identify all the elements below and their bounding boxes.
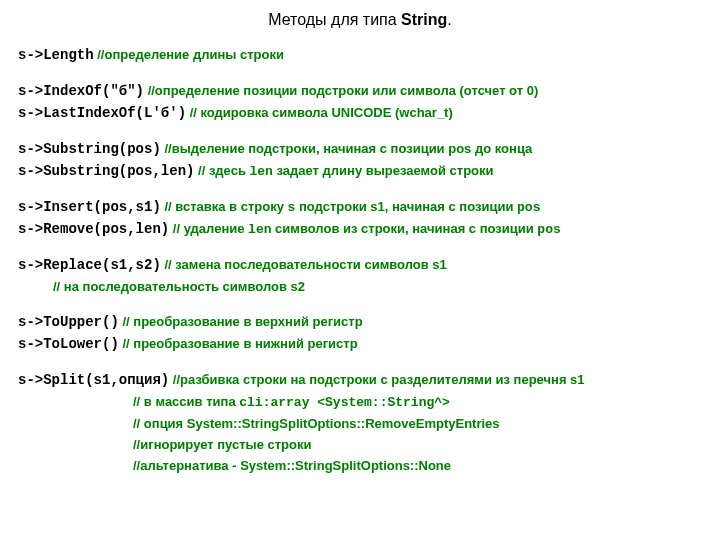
- c-rem-m2: pos: [537, 222, 560, 237]
- line-toupper: s->ToUpper() // преобразование в верхний…: [18, 311, 702, 333]
- line-replace: s->Replace(s1,s2) // замена последовател…: [18, 254, 702, 276]
- comment-split5: //альтернатива - System::StringSplitOpti…: [133, 458, 451, 473]
- c-sub2-pre: // здесь: [194, 163, 249, 178]
- group-indexof: s->IndexOf("б") //определение позиции по…: [18, 80, 702, 124]
- comment-split3: // опция System::StringSplitOptions::Rem…: [133, 416, 500, 431]
- c-rem-mid: символов из строки, начиная с позиции: [271, 221, 537, 236]
- line-insert: s->Insert(pos,s1) // вставка в строку s …: [18, 196, 702, 218]
- line-substring1: s->Substring(pos) //выделение подстроки,…: [18, 138, 702, 160]
- code-tolower: s->ToLower(): [18, 336, 119, 352]
- group-insert-remove: s->Insert(pos,s1) // вставка в строку s …: [18, 196, 702, 240]
- comment-split4: //игнорирует пустые строки: [133, 437, 312, 452]
- line-split3: // опция System::StringSplitOptions::Rem…: [18, 413, 702, 434]
- comment-indexof: //определение позиции подстроки или симв…: [144, 83, 538, 98]
- code-length: s->Length: [18, 47, 94, 63]
- c-spl2-mono: cli:array <System::String^>: [239, 395, 450, 410]
- line-remove: s->Remove(pos,len) // удаление len симво…: [18, 218, 702, 240]
- code-substring1: s->Substring(pos): [18, 141, 161, 157]
- c-rem-m1: len: [248, 222, 271, 237]
- c-ins-mid: подстроки s1, начиная с позиции: [295, 199, 517, 214]
- title-bold: String: [401, 11, 447, 28]
- comment-split2: // в массив типа cli:array <System::Stri…: [133, 394, 450, 409]
- comment-substring1: //выделение подстроки, начиная с позиции…: [161, 141, 532, 156]
- comment-tolower: // преобразование в нижний регистр: [119, 336, 358, 351]
- title-suffix: .: [447, 11, 451, 28]
- page-title: Методы для типа String.: [18, 8, 702, 32]
- line-length: s->Length //определение длины строки: [18, 44, 702, 66]
- comment-remove: // удаление len символов из строки, начи…: [169, 221, 561, 236]
- c-sub2-post: задает длину вырезаемой строки: [273, 163, 494, 178]
- document-page: Методы для типа String. s->Length //опре…: [0, 0, 720, 476]
- comment-substring2: // здесь len задает длину вырезаемой стр…: [194, 163, 493, 178]
- c-rem-pre: // удаление: [169, 221, 248, 236]
- comment-insert: // вставка в строку s подстроки s1, начи…: [161, 199, 541, 214]
- c-ins-pre: // вставка в строку: [161, 199, 288, 214]
- title-prefix: Методы для типа: [268, 11, 401, 28]
- comment-replace2: // на последовательность символов s2: [53, 279, 305, 294]
- group-split: s->Split(s1,опция) //разбивка строки на …: [18, 369, 702, 476]
- code-substring2: s->Substring(pos,len): [18, 163, 194, 179]
- group-replace: s->Replace(s1,s2) // замена последовател…: [18, 254, 702, 297]
- code-remove: s->Remove(pos,len): [18, 221, 169, 237]
- comment-split1: //разбивка строки на подстроки с раздели…: [169, 372, 584, 387]
- code-insert: s->Insert(pos,s1): [18, 199, 161, 215]
- line-split2: // в массив типа cli:array <System::Stri…: [18, 391, 702, 413]
- code-replace: s->Replace(s1,s2): [18, 257, 161, 273]
- code-toupper: s->ToUpper(): [18, 314, 119, 330]
- group-case: s->ToUpper() // преобразование в верхний…: [18, 311, 702, 355]
- comment-lastindexof: // кодировка символа UNICODE (wchar_t): [186, 105, 453, 120]
- group-substring: s->Substring(pos) //выделение подстроки,…: [18, 138, 702, 182]
- line-split: s->Split(s1,опция) //разбивка строки на …: [18, 369, 702, 391]
- line-substring2: s->Substring(pos,len) // здесь len задае…: [18, 160, 702, 182]
- comment-length: //определение длины строки: [94, 47, 284, 62]
- comment-replace1: // замена последовательности символов s1: [161, 257, 447, 272]
- c-ins-m2: pos: [517, 200, 540, 215]
- line-split4: //игнорирует пустые строки: [18, 434, 702, 455]
- line-lastindexof: s->LastIndexOf(L'б') // кодировка символ…: [18, 102, 702, 124]
- line-indexof: s->IndexOf("б") //определение позиции по…: [18, 80, 702, 102]
- code-lastindexof: s->LastIndexOf(L'б'): [18, 105, 186, 121]
- code-indexof: s->IndexOf("б"): [18, 83, 144, 99]
- group-length: s->Length //определение длины строки: [18, 44, 702, 66]
- line-replace2: // на последовательность символов s2: [18, 276, 702, 297]
- c-spl2-pre: // в массив типа: [133, 394, 239, 409]
- line-split5: //альтернатива - System::StringSplitOpti…: [18, 455, 702, 476]
- line-tolower: s->ToLower() // преобразование в нижний …: [18, 333, 702, 355]
- comment-toupper: // преобразование в верхний регистр: [119, 314, 363, 329]
- c-sub2-mono: len: [250, 164, 273, 179]
- code-split: s->Split(s1,опция): [18, 372, 169, 388]
